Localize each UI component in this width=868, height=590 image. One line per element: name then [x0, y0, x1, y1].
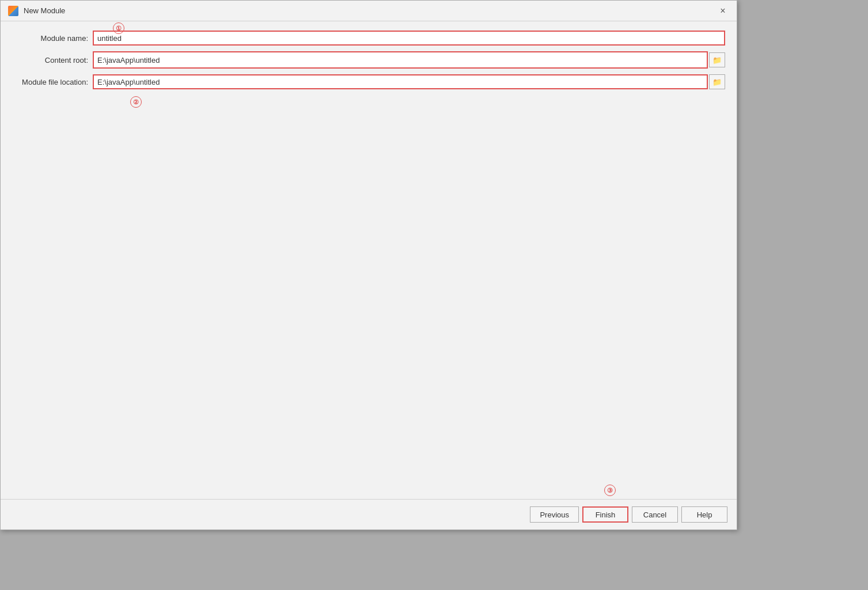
finish-button[interactable]: Finish	[582, 506, 628, 523]
dialog-content: ① Module name: Content root: 📁 Module fi…	[1, 21, 737, 499]
annotation-2: ②	[130, 96, 142, 108]
content-root-browse-button[interactable]: 📁	[709, 52, 725, 67]
module-icon	[8, 6, 18, 16]
folder-icon: 📁	[712, 56, 722, 65]
module-file-location-browse-button[interactable]: 📁	[709, 74, 725, 89]
dialog-icon	[7, 5, 19, 17]
help-button[interactable]: Help	[681, 506, 727, 523]
folder-icon-2: 📁	[712, 78, 722, 86]
module-file-location-input-container: 📁	[93, 74, 725, 89]
content-root-input-container: 📁	[93, 51, 725, 69]
module-file-location-label: Module file location:	[12, 78, 93, 86]
module-name-input-container	[93, 31, 725, 46]
module-file-location-input[interactable]	[94, 75, 707, 88]
previous-button[interactable]: Previous	[530, 506, 579, 523]
module-file-location-row: Module file location: 📁	[12, 74, 725, 89]
content-root-input[interactable]	[95, 54, 706, 66]
module-name-label: Module name:	[12, 34, 93, 43]
dialog-title: New Module	[24, 6, 716, 15]
close-button[interactable]: ×	[716, 4, 730, 18]
cancel-button[interactable]: Cancel	[632, 506, 678, 523]
content-root-label: Content root:	[12, 56, 93, 65]
dialog-titlebar: New Module ×	[1, 1, 737, 21]
annotation-3: ③	[604, 485, 616, 496]
new-module-dialog: New Module × ① Module name: Content root…	[0, 0, 737, 530]
content-root-row: Content root: 📁	[12, 51, 725, 69]
dialog-footer: ③ Previous Finish Cancel Help	[1, 499, 737, 530]
module-name-input[interactable]	[93, 31, 725, 46]
annotation-1: ①	[113, 22, 124, 34]
